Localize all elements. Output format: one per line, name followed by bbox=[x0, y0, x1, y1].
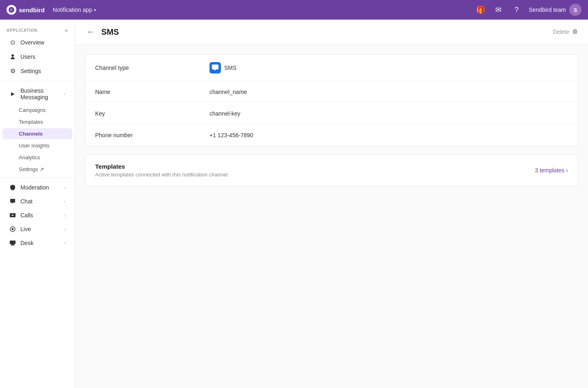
name-value: channel_name bbox=[209, 89, 247, 95]
sidebar-item-business-messaging[interactable]: Business Messaging › bbox=[2, 84, 72, 104]
name-label: Name bbox=[95, 89, 209, 95]
sidebar-item-label: Settings bbox=[20, 68, 66, 74]
team-selector[interactable]: Sendbird team S bbox=[529, 4, 581, 16]
gift-icon[interactable]: 🎁 bbox=[475, 4, 486, 16]
chevron-right-icon: › bbox=[64, 199, 66, 204]
templates-card-description: Active templates connected with this not… bbox=[95, 172, 229, 178]
phone-label: Phone number bbox=[95, 132, 209, 138]
desk-icon bbox=[9, 240, 16, 246]
chevron-right-icon: › bbox=[64, 185, 66, 190]
chevron-right-icon: › bbox=[64, 241, 66, 245]
sidebar-sub-item-channels[interactable]: Channels bbox=[2, 128, 72, 139]
sidebar-section-label: APPLICATION « bbox=[0, 23, 75, 35]
sidebar-item-calls[interactable]: Calls › bbox=[2, 209, 72, 222]
app-name: Notification app bbox=[53, 7, 92, 13]
top-navigation: sendbird Notification app ▾ 🎁 ✉ ? Sendbi… bbox=[0, 0, 588, 20]
sidebar-divider bbox=[0, 178, 75, 178]
logo-icon bbox=[7, 5, 16, 15]
sidebar-sub-item-user-insights[interactable]: User insights bbox=[2, 140, 72, 151]
overview-icon: ⊙ bbox=[9, 39, 16, 46]
sidebar-item-label: Desk bbox=[20, 240, 60, 246]
main-content: ← SMS Delete Channel type bbox=[75, 20, 588, 388]
chevron-right-icon: › bbox=[566, 167, 568, 174]
chevron-right-icon: › bbox=[64, 91, 66, 96]
sidebar-sub-item-analytics[interactable]: Analytics bbox=[2, 152, 72, 163]
templates-card-title: Templates bbox=[95, 163, 229, 170]
svg-point-5 bbox=[12, 228, 14, 230]
sidebar-sub-item-bm-settings[interactable]: Settings ↗ bbox=[2, 164, 72, 175]
sidebar-item-label: Calls bbox=[20, 212, 60, 219]
sidebar-item-live[interactable]: Live › bbox=[2, 223, 72, 236]
templates-card: Templates Active templates connected wit… bbox=[85, 154, 578, 186]
sidebar-item-moderation[interactable]: Moderation › bbox=[2, 181, 72, 194]
sidebar-divider bbox=[0, 81, 75, 81]
sidebar-item-overview[interactable]: ⊙ Overview bbox=[2, 36, 72, 49]
svg-rect-7 bbox=[11, 244, 14, 245]
phone-value: +1 123-456-7890 bbox=[209, 132, 253, 138]
chevron-right-icon: › bbox=[64, 213, 66, 218]
sidebar-item-users[interactable]: Users bbox=[2, 50, 72, 63]
avatar: S bbox=[569, 4, 581, 16]
analytics-label: Analytics bbox=[19, 154, 40, 161]
page-header-left: ← SMS bbox=[85, 26, 119, 38]
channel-type-value: SMS bbox=[209, 62, 236, 74]
detail-row-channel-type: Channel type SMS bbox=[85, 55, 578, 81]
templates-label: Templates bbox=[19, 119, 43, 125]
logo-text: sendbird bbox=[19, 7, 45, 13]
chevron-right-icon: › bbox=[64, 227, 66, 232]
detail-row-key: Key channel-key bbox=[85, 103, 578, 125]
business-messaging-icon bbox=[9, 91, 16, 97]
back-button[interactable]: ← bbox=[85, 26, 96, 38]
chevron-down-icon: ▾ bbox=[94, 8, 96, 12]
channels-label: Channels bbox=[19, 131, 43, 137]
svg-rect-8 bbox=[11, 245, 15, 245]
moderation-icon bbox=[9, 184, 16, 191]
key-label: Key bbox=[95, 110, 209, 117]
calls-icon bbox=[9, 212, 16, 219]
logo: sendbird bbox=[7, 5, 45, 15]
settings-icon: ⚙ bbox=[9, 67, 16, 75]
trash-icon bbox=[572, 28, 578, 36]
detail-row-phone: Phone number +1 123-456-7890 bbox=[85, 125, 578, 146]
sidebar-item-label: Chat bbox=[20, 198, 60, 205]
sidebar-item-desk[interactable]: Desk › bbox=[2, 236, 72, 250]
templates-link[interactable]: 3 templates › bbox=[535, 167, 568, 174]
sms-channel-icon bbox=[209, 62, 221, 74]
campaigns-label: Campaigns bbox=[19, 107, 46, 113]
svg-rect-6 bbox=[10, 241, 16, 244]
key-value: channel-key bbox=[209, 110, 241, 117]
delete-label: Delete bbox=[553, 29, 569, 35]
svg-marker-1 bbox=[11, 92, 15, 96]
user-insights-label: User insights bbox=[19, 143, 49, 149]
svg-point-0 bbox=[9, 7, 14, 13]
templates-card-left: Templates Active templates connected wit… bbox=[95, 163, 229, 178]
detail-card: Channel type SMS Name channel_name Key c… bbox=[85, 54, 578, 146]
app-selector[interactable]: Notification app ▾ bbox=[53, 7, 96, 13]
live-icon bbox=[9, 226, 16, 232]
sidebar-item-settings[interactable]: ⚙ Settings bbox=[2, 64, 72, 78]
collapse-sidebar-button[interactable]: « bbox=[65, 27, 68, 33]
sidebar-item-label: Overview bbox=[20, 39, 66, 46]
delete-button[interactable]: Delete bbox=[553, 28, 578, 36]
users-icon bbox=[9, 54, 16, 60]
sidebar: APPLICATION « ⊙ Overview Users ⚙ Setting… bbox=[0, 20, 75, 388]
bm-settings-label: Settings ↗ bbox=[19, 166, 44, 172]
channel-type-text: SMS bbox=[224, 65, 236, 71]
sidebar-item-label: Live bbox=[20, 226, 60, 232]
detail-row-name: Name channel_name bbox=[85, 81, 578, 103]
mail-icon[interactable]: ✉ bbox=[493, 4, 504, 16]
sidebar-sub-item-campaigns[interactable]: Campaigns bbox=[2, 105, 72, 116]
topnav-actions: 🎁 ✉ ? Sendbird team S bbox=[475, 4, 581, 16]
sidebar-item-chat[interactable]: Chat › bbox=[2, 195, 72, 208]
chat-icon bbox=[9, 198, 16, 205]
team-name: Sendbird team bbox=[529, 7, 566, 13]
page-header: ← SMS Delete bbox=[75, 20, 588, 45]
sidebar-item-label: Moderation bbox=[20, 184, 60, 191]
content-area: Channel type SMS Name channel_name Key c… bbox=[75, 45, 588, 388]
help-icon[interactable]: ? bbox=[511, 4, 522, 16]
sidebar-sub-item-templates[interactable]: Templates bbox=[2, 116, 72, 127]
channel-type-label: Channel type bbox=[95, 65, 209, 71]
page-title: SMS bbox=[101, 27, 119, 37]
sidebar-item-label: Business Messaging bbox=[20, 87, 60, 100]
templates-link-label: 3 templates bbox=[535, 167, 564, 174]
